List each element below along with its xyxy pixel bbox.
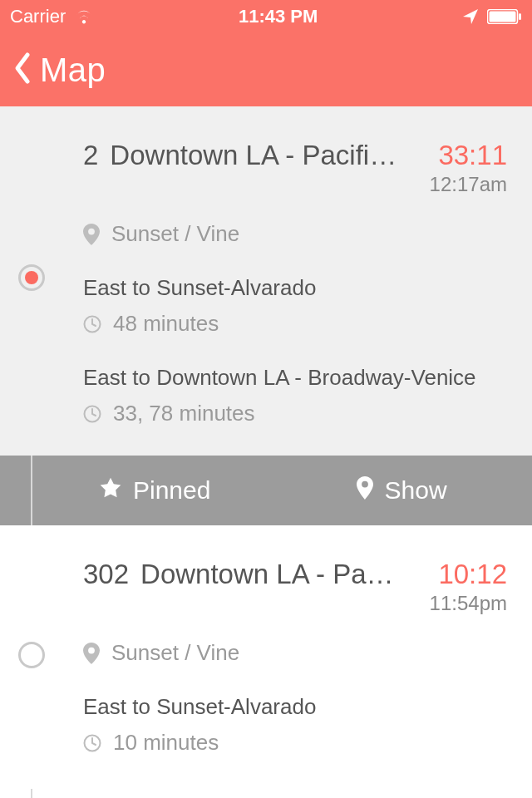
pin-icon (83, 643, 100, 664)
stop-name: Sunset / Vine (111, 221, 239, 247)
pinned-button[interactable]: Pinned (0, 476, 315, 505)
chevron-left-icon (8, 50, 37, 90)
battery-icon (487, 9, 522, 24)
clock-icon (83, 734, 101, 752)
show-label: Show (385, 476, 447, 505)
show-button[interactable]: Show (315, 476, 533, 505)
pin-icon (357, 476, 373, 505)
action-bar: Pinned Show (0, 456, 532, 525)
direction-label: East to Sunset-Alvarado (83, 694, 507, 720)
wait-time: 48 minutes (113, 311, 219, 337)
location-arrow-icon (462, 8, 479, 25)
svg-rect-2 (519, 13, 521, 20)
wait-time: 33, 78 minutes (113, 401, 255, 426)
star-icon (100, 476, 121, 505)
arrival-time: 12:17am (416, 173, 507, 196)
wifi-icon (74, 9, 94, 24)
clock-icon (83, 405, 101, 423)
status-time: 11:43 PM (239, 6, 318, 27)
route-title: 2Downtown LA - Pacific Pali… (83, 140, 416, 171)
svg-rect-1 (490, 12, 516, 22)
pin-icon (83, 224, 100, 245)
carrier-label: Carrier (10, 6, 66, 27)
stop-name: Sunset / Vine (111, 640, 239, 666)
timeline-node (18, 642, 45, 668)
route-name: Downtown LA - Pacific P… (140, 559, 416, 589)
wait-time: 10 minutes (113, 730, 219, 756)
route-card[interactable]: 2Downtown LA - Pacific Pali… 33:11 12:17… (0, 106, 532, 456)
countdown: 10:12 (416, 559, 507, 590)
route-number: 302 (83, 559, 129, 589)
timeline-node-active (18, 264, 45, 291)
arrival-time: 11:54pm (416, 592, 507, 615)
clock-icon (83, 315, 101, 333)
direction-label: East to Downtown LA - Broadway-Venice (83, 365, 507, 391)
route-name: Downtown LA - Pacific Pali… (110, 140, 416, 170)
pinned-label: Pinned (133, 476, 210, 505)
status-bar: Carrier 11:43 PM (0, 0, 532, 33)
direction-label: East to Sunset-Alvarado (83, 275, 507, 301)
route-list: 2Downtown LA - Pacific Pali… 33:11 12:17… (0, 106, 532, 798)
back-label: Map (40, 52, 106, 89)
back-button[interactable]: Map (8, 50, 106, 90)
route-number: 2 (83, 140, 98, 170)
countdown: 33:11 (416, 140, 507, 171)
nav-bar: Map (0, 33, 532, 106)
route-card[interactable]: 302Downtown LA - Pacific P… 10:12 11:54p… (0, 525, 532, 789)
route-title: 302Downtown LA - Pacific P… (83, 559, 416, 590)
